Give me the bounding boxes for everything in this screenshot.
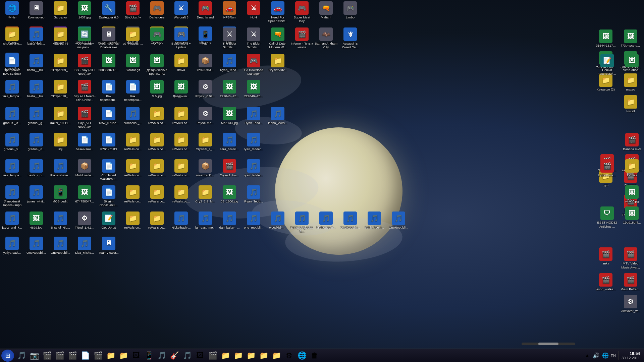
icon-gradus-n[interactable]: 🎵 gradus-_n... (24, 132, 48, 152)
icon-onerepubli1[interactable]: 🎵 OneRepubli... (338, 210, 362, 235)
icon-eset-nod32[interactable]: 🛡 ESET NOD32 Antivirus ... (595, 205, 619, 230)
icon-obnovit[interactable]: 🔄 Обновить лицензи... (72, 26, 97, 51)
icon-mhz133[interactable]: 🖼 MhZ133.jpg (217, 106, 241, 130)
icon-mhz[interactable]: 🌐 *MHz* (0, 0, 24, 20)
taskbar-megafon[interactable]: 🌐 (296, 350, 308, 362)
taskbar-tainye[interactable]: 📁 (258, 350, 270, 362)
icon-james-whit[interactable]: 🎵 james_whit... (24, 184, 48, 208)
icon-far-east[interactable]: 🎵 far_east_mo... (193, 210, 217, 235)
icon-basta-feat[interactable]: 🎵 basta_feat... (24, 26, 48, 47)
icon-skyrim-sorat[interactable]: 📄 Skyrim Соратники... (97, 184, 121, 208)
start-button[interactable]: ⊞ (1, 350, 14, 362)
icon-19dd[interactable]: 🖼 19dd18df4... (620, 205, 644, 230)
icon-jason-walke[interactable]: 🎬 jason_walke... (594, 272, 618, 292)
icon-222040-25-1[interactable]: 🖼 222040--25... (217, 79, 241, 103)
icon-nickelback[interactable]: 🎵 Nickelback-... (169, 210, 193, 235)
icon-gam-potter[interactable]: 🎬 Gam.Potter... (619, 272, 643, 292)
icon-install[interactable]: 📁 Install (619, 94, 643, 114)
icon-banana-mkv[interactable]: 🎬 Banana.mkv (620, 132, 644, 152)
icon-tinie-tempa1[interactable]: 🎵 tinie_tempa... (0, 79, 24, 103)
icon-lifehouse[interactable]: 🎵 Lifehouse-It... (314, 210, 338, 235)
icon-noviy-tekstoviy[interactable]: 📝 Новый текстовый... (595, 53, 619, 77)
icon-f73b[interactable]: 🖼 f73b-tgcs-u... (619, 28, 643, 49)
taskbar-onerepublic2[interactable]: 🎵 (181, 350, 193, 362)
icon-elder-scrolls1[interactable]: ⚔ The Elder Scrolls ... (217, 26, 241, 51)
taskbar-opr0069[interactable]: 🎬 (54, 350, 66, 362)
icon-2008030715[interactable]: 🖼 2008030715... (97, 53, 121, 77)
icon-programa-excel[interactable]: 📄 Программа EXCEL.docx (0, 53, 24, 77)
icon-basta-i-di[interactable]: 🎵 basta_i_di... (24, 158, 48, 182)
icon-tinie-tempa2[interactable]: 🎵 tinie_tempa... (0, 158, 24, 182)
icon-rewalls8[interactable]: 📁 reWalls.co... (169, 158, 193, 182)
icon-sql[interactable]: 📁 sql (48, 132, 72, 152)
icon-rewalls11[interactable]: 📁 reWalls.co... (169, 184, 193, 208)
icon-itexpert10[interactable]: 📁 ITExpert10_... (48, 79, 72, 103)
icon-674758[interactable]: 🖼 674758047... (72, 184, 97, 208)
tray-network[interactable]: 🌐 (601, 352, 609, 359)
icon-31644[interactable]: 🖼 31644-1317... (594, 28, 618, 49)
icon-yuliya[interactable]: 🎵 yuliya-savi... (0, 235, 24, 256)
icon-cry3-19m[interactable]: 📁 Cry3_1.9_M... (193, 184, 217, 208)
taskbar-opr006[interactable]: 🎬 (41, 350, 53, 362)
icon-nes-part6[interactable]: 📁 NES-part-6 (48, 26, 72, 47)
taskbar-interesno2[interactable]: 📁 (232, 350, 244, 362)
tray-speaker[interactable]: 🔊 (592, 352, 600, 359)
icon-bumboks[interactable]: 🎵 bumboks-_... (121, 106, 145, 130)
icon-assassins[interactable]: 🗡 Assassin's Creed Re... (338, 26, 362, 51)
icon-stivjobs[interactable]: 🎬 StivJobs.flv (121, 0, 145, 20)
tray-expand[interactable]: ▲ (584, 352, 591, 359)
icon-basta-i-bu2[interactable]: 🎵 basta_i_bu... (24, 79, 48, 103)
taskbar-cpp[interactable]: 📁 (105, 350, 117, 362)
icon-leona-lewis[interactable]: 🎵 leona_lewis... (266, 106, 290, 130)
icon-crysis2-trai[interactable]: 🎬 Crysis2_trai... (217, 158, 241, 182)
icon-mobiledit[interactable]: 📱 MOBILedit! (48, 184, 72, 208)
icon-mkv-file[interactable]: 🎬 .mkv (594, 246, 618, 270)
icon-nfsrun[interactable]: 🚗 NFSRun (217, 0, 241, 20)
icon-get-up-txt[interactable]: 📝 Get Up.txt (97, 210, 121, 235)
taskbar-suny[interactable]: 📁 (270, 350, 282, 362)
icon-rewalls4[interactable]: 📁 reWalls.co... (145, 132, 169, 152)
icon-hon[interactable]: ⚔ HoN (241, 0, 266, 20)
icon-lisa-misko[interactable]: 🎵 Lisa_Misko... (72, 235, 97, 256)
icon-nfs-shift[interactable]: 🚗 Need For Speed Shift... (266, 0, 290, 24)
icon-uniextract[interactable]: 📦 uniextract1... (193, 158, 217, 182)
icon-eastegger[interactable]: 🔧 Eastegger 6.0 (97, 0, 121, 20)
taskbar-3g-modem[interactable]: 📱 (143, 350, 155, 362)
icon-ya-veseliy[interactable]: 🎵 Я весёлый таракан.mp3 (0, 184, 24, 208)
icon-multiloade[interactable]: 📦 MultiLoade... (72, 158, 97, 182)
icon-onerepubli4[interactable]: 🎵 OneRepubli... (48, 235, 72, 256)
icon-planetshake[interactable]: 🎵 Planetshake... (48, 158, 72, 182)
icon-rewalls6[interactable]: 📁 reWalls.co... (121, 158, 145, 182)
icon-onerepubli3[interactable]: 🎵 OneRepubli... (24, 235, 48, 256)
icon-rewalls10[interactable]: 📁 reWalls.co... (145, 184, 169, 208)
icon-mafia2[interactable]: 🔫 Mafia II (314, 0, 338, 20)
icon-ryan-tedder[interactable]: 🎵 ryan_tedder... (241, 132, 266, 152)
icon-rewalls12[interactable]: 📁 reWalls.co... (121, 210, 145, 235)
icon-gradus-g[interactable]: 🎵 gradus-_g... (24, 106, 48, 130)
icon-rewalls5[interactable]: 📁 reWalls.co... (169, 132, 193, 152)
icon-ad-phases[interactable]: 📁 ad_Phases_... (121, 26, 145, 47)
taskbar-photoscape[interactable]: 📷 (28, 350, 40, 362)
icon-1352-070de[interactable]: 📄 1352_070de... (97, 106, 121, 130)
icon-rewalls1[interactable]: 📁 reWalls.co... (145, 106, 169, 130)
taskbar-eastegger-v[interactable]: ⚙ (283, 350, 295, 362)
icon-jay-z[interactable]: 🎵 jay-z_and_k... (0, 210, 24, 235)
icon-kak-perepro1[interactable]: 📄 Как перепрош... (97, 79, 121, 103)
icon-7z920[interactable]: 📦 7z920-x64... (193, 53, 217, 77)
icon-downloads[interactable]: 📁 Загрузки (48, 0, 72, 20)
icon-rewalls9[interactable]: 📁 reWalls.co... (121, 184, 145, 208)
icon-kak-perepro2[interactable]: 📄 Как перепрош... (121, 79, 145, 103)
icon-gradus-kt[interactable]: 🎵 gradus-_kt... (0, 106, 24, 130)
icon-limbo[interactable]: 🎮 Limbo (338, 0, 362, 20)
icon-combined-walk[interactable]: 📄 Combined Walkthrou... (97, 158, 121, 182)
icon-drova[interactable]: 📁 drova (169, 53, 193, 77)
icon-inferno[interactable]: 🎬 Inferno - Путь к мечте (290, 26, 314, 51)
icon-rewalls2[interactable]: 📁 reWalls.co... (169, 106, 193, 130)
icon-teamviewer[interactable]: 🖥 TeamViewer... (97, 235, 121, 256)
icon-woodkid[interactable]: 🎵 woodkid-_... (266, 210, 290, 235)
icon-dead-island[interactable]: 🎮 Dead Island (193, 0, 217, 20)
icon-zerkala-folder[interactable]: 📁 Zerkala (620, 158, 644, 178)
icon-tnod[interactable]: ⚙ TNod_1.4.1... (72, 210, 97, 235)
icon-super-meat-boy[interactable]: 🎮 Super Meat Boy (290, 0, 314, 24)
taskbar-medali[interactable]: 🖼 (194, 350, 206, 362)
